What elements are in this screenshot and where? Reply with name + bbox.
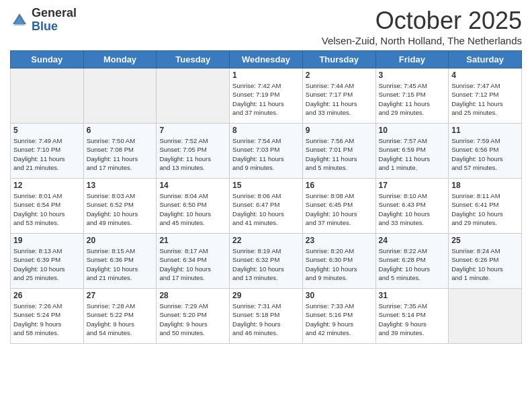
day-info: Sunrise: 7:33 AM Sunset: 5:16 PM Dayligh… — [306, 302, 373, 337]
col-thursday: Thursday — [302, 51, 375, 68]
day-number: 13 — [87, 181, 154, 190]
table-row: 2Sunrise: 7:44 AM Sunset: 7:17 PM Daylig… — [302, 68, 375, 124]
day-number: 7 — [159, 126, 226, 135]
day-number: 18 — [451, 181, 519, 190]
table-row: 22Sunrise: 8:19 AM Sunset: 6:32 PM Dayli… — [230, 234, 303, 289]
col-sunday: Sunday — [11, 51, 84, 68]
day-number: 26 — [13, 291, 81, 300]
table-row: 29Sunrise: 7:31 AM Sunset: 5:18 PM Dayli… — [230, 289, 303, 344]
day-info: Sunrise: 7:59 AM Sunset: 6:56 PM Dayligh… — [451, 136, 519, 172]
table-row: 24Sunrise: 8:22 AM Sunset: 6:28 PM Dayli… — [375, 234, 449, 289]
table-row: 21Sunrise: 8:17 AM Sunset: 6:34 PM Dayli… — [157, 234, 230, 289]
table-row — [11, 68, 84, 124]
day-number: 29 — [232, 291, 300, 300]
day-info: Sunrise: 7:45 AM Sunset: 7:15 PM Dayligh… — [379, 81, 446, 117]
day-info: Sunrise: 8:19 AM Sunset: 6:32 PM Dayligh… — [232, 246, 300, 282]
table-row: 4Sunrise: 7:47 AM Sunset: 7:12 PM Daylig… — [449, 68, 522, 124]
table-row: 10Sunrise: 7:57 AM Sunset: 6:59 PM Dayli… — [375, 124, 449, 179]
day-number: 20 — [87, 236, 154, 245]
day-info: Sunrise: 8:17 AM Sunset: 6:34 PM Dayligh… — [159, 246, 226, 282]
day-info: Sunrise: 7:44 AM Sunset: 7:17 PM Dayligh… — [306, 81, 373, 117]
day-info: Sunrise: 8:08 AM Sunset: 6:45 PM Dayligh… — [306, 191, 373, 227]
day-number: 17 — [379, 181, 446, 190]
day-number: 8 — [232, 126, 300, 135]
day-info: Sunrise: 7:47 AM Sunset: 7:12 PM Dayligh… — [451, 81, 519, 117]
table-row: 5Sunrise: 7:49 AM Sunset: 7:10 PM Daylig… — [11, 124, 84, 179]
day-number: 16 — [306, 181, 373, 190]
day-info: Sunrise: 8:13 AM Sunset: 6:39 PM Dayligh… — [13, 246, 81, 282]
day-info: Sunrise: 8:01 AM Sunset: 6:54 PM Dayligh… — [13, 191, 81, 227]
day-number: 27 — [87, 291, 154, 300]
logo-blue: Blue — [32, 20, 77, 34]
day-info: Sunrise: 7:29 AM Sunset: 5:20 PM Dayligh… — [159, 302, 226, 337]
table-row: 14Sunrise: 8:04 AM Sunset: 6:50 PM Dayli… — [157, 179, 230, 234]
day-number: 11 — [451, 126, 519, 135]
day-number: 22 — [232, 236, 300, 245]
day-info: Sunrise: 7:57 AM Sunset: 6:59 PM Dayligh… — [379, 136, 446, 172]
logo-general: General — [32, 7, 77, 20]
day-info: Sunrise: 8:15 AM Sunset: 6:36 PM Dayligh… — [87, 246, 154, 282]
table-row: 28Sunrise: 7:29 AM Sunset: 5:20 PM Dayli… — [157, 289, 230, 344]
day-number: 24 — [379, 236, 446, 245]
day-number: 23 — [306, 236, 373, 245]
table-row: 13Sunrise: 8:03 AM Sunset: 6:52 PM Dayli… — [83, 179, 157, 234]
day-info: Sunrise: 7:50 AM Sunset: 7:08 PM Dayligh… — [87, 136, 154, 172]
calendar-week-2: 5Sunrise: 7:49 AM Sunset: 7:10 PM Daylig… — [11, 124, 522, 179]
day-info: Sunrise: 7:49 AM Sunset: 7:10 PM Dayligh… — [13, 136, 81, 172]
table-row: 12Sunrise: 8:01 AM Sunset: 6:54 PM Dayli… — [11, 179, 84, 234]
table-row: 19Sunrise: 8:13 AM Sunset: 6:39 PM Dayli… — [11, 234, 84, 289]
table-row: 11Sunrise: 7:59 AM Sunset: 6:56 PM Dayli… — [449, 124, 522, 179]
calendar-week-5: 26Sunrise: 7:26 AM Sunset: 5:24 PM Dayli… — [11, 289, 522, 344]
day-number: 2 — [306, 71, 373, 80]
title-block: October 2025 Velsen-Zuid, North Holland,… — [322, 7, 522, 46]
table-row: 3Sunrise: 7:45 AM Sunset: 7:15 PM Daylig… — [375, 68, 449, 124]
day-number: 4 — [451, 71, 519, 80]
day-number: 12 — [13, 181, 81, 190]
table-row: 18Sunrise: 8:11 AM Sunset: 6:41 PM Dayli… — [449, 179, 522, 234]
table-row: 31Sunrise: 7:35 AM Sunset: 5:14 PM Dayli… — [375, 289, 449, 344]
table-row: 26Sunrise: 7:26 AM Sunset: 5:24 PM Dayli… — [11, 289, 84, 344]
location-subtitle: Velsen-Zuid, North Holland, The Netherla… — [322, 35, 522, 46]
day-info: Sunrise: 8:03 AM Sunset: 6:52 PM Dayligh… — [87, 191, 154, 227]
day-number: 10 — [379, 126, 446, 135]
day-number: 21 — [159, 236, 226, 245]
day-info: Sunrise: 7:31 AM Sunset: 5:18 PM Dayligh… — [232, 302, 300, 337]
day-number: 1 — [232, 71, 300, 80]
day-number: 6 — [87, 126, 154, 135]
day-number: 14 — [159, 181, 226, 190]
table-row: 16Sunrise: 8:08 AM Sunset: 6:45 PM Dayli… — [302, 179, 375, 234]
day-info: Sunrise: 7:26 AM Sunset: 5:24 PM Dayligh… — [13, 302, 81, 337]
table-row: 30Sunrise: 7:33 AM Sunset: 5:16 PM Dayli… — [302, 289, 375, 344]
col-tuesday: Tuesday — [157, 51, 230, 68]
page: General Blue October 2025 Velsen-Zuid, N… — [0, 0, 532, 411]
day-info: Sunrise: 8:04 AM Sunset: 6:50 PM Dayligh… — [159, 191, 226, 227]
day-info: Sunrise: 8:10 AM Sunset: 6:43 PM Dayligh… — [379, 191, 446, 227]
table-row: 7Sunrise: 7:52 AM Sunset: 7:05 PM Daylig… — [157, 124, 230, 179]
calendar-header-row: Sunday Monday Tuesday Wednesday Thursday… — [11, 51, 522, 68]
day-info: Sunrise: 7:42 AM Sunset: 7:19 PM Dayligh… — [232, 81, 300, 117]
col-wednesday: Wednesday — [230, 51, 303, 68]
day-info: Sunrise: 7:52 AM Sunset: 7:05 PM Dayligh… — [159, 136, 226, 172]
table-row — [157, 68, 230, 124]
calendar-week-1: 1Sunrise: 7:42 AM Sunset: 7:19 PM Daylig… — [11, 68, 522, 124]
table-row: 6Sunrise: 7:50 AM Sunset: 7:08 PM Daylig… — [83, 124, 157, 179]
day-number: 31 — [379, 291, 446, 300]
day-number: 9 — [306, 126, 373, 135]
col-friday: Friday — [375, 51, 449, 68]
header: General Blue October 2025 Velsen-Zuid, N… — [10, 7, 522, 46]
day-info: Sunrise: 8:06 AM Sunset: 6:47 PM Dayligh… — [232, 191, 300, 227]
day-number: 3 — [379, 71, 446, 80]
col-saturday: Saturday — [449, 51, 522, 68]
day-number: 28 — [159, 291, 226, 300]
col-monday: Monday — [83, 51, 157, 68]
day-number: 19 — [13, 236, 81, 245]
day-number: 30 — [306, 291, 373, 300]
table-row: 25Sunrise: 8:24 AM Sunset: 6:26 PM Dayli… — [449, 234, 522, 289]
day-number: 5 — [13, 126, 81, 135]
day-info: Sunrise: 7:28 AM Sunset: 5:22 PM Dayligh… — [87, 302, 154, 337]
table-row: 1Sunrise: 7:42 AM Sunset: 7:19 PM Daylig… — [230, 68, 303, 124]
calendar-week-3: 12Sunrise: 8:01 AM Sunset: 6:54 PM Dayli… — [11, 179, 522, 234]
table-row — [83, 68, 157, 124]
day-info: Sunrise: 8:20 AM Sunset: 6:30 PM Dayligh… — [306, 246, 373, 282]
table-row: 27Sunrise: 7:28 AM Sunset: 5:22 PM Dayli… — [83, 289, 157, 344]
